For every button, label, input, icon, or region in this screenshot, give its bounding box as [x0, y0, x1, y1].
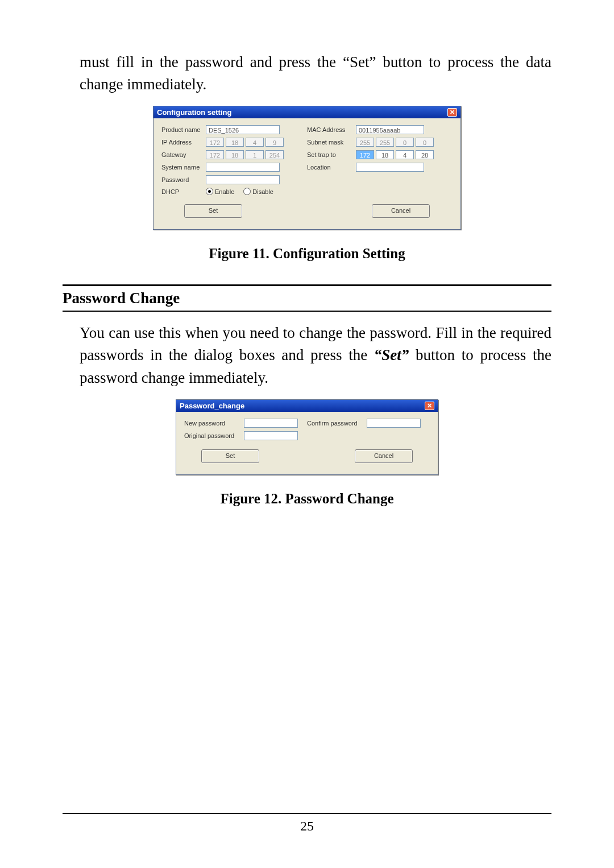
mac-address-label: MAC Address: [307, 126, 356, 133]
figure-11-caption: Figure 11. Configuration Setting: [63, 246, 551, 262]
dhcp-enable-text: Enable: [215, 188, 234, 195]
configuration-titlebar[interactable]: Configuration setting ✕: [154, 106, 460, 118]
original-password-label: Original password: [184, 432, 244, 439]
ip-address-field[interactable]: 172 18 4 9: [206, 138, 284, 147]
dhcp-disable-text: Disable: [252, 188, 273, 195]
confirm-password-field[interactable]: [367, 419, 421, 428]
location-field[interactable]: [356, 163, 424, 172]
configuration-dialog: Configuration setting ✕ Product name DES…: [153, 106, 461, 230]
footer-rule: [63, 813, 551, 814]
set-button[interactable]: Set: [201, 449, 259, 463]
dhcp-radio-group: Enable Disable: [206, 188, 273, 195]
dhcp-label: DHCP: [161, 188, 206, 195]
password-field[interactable]: [206, 175, 280, 184]
password-change-titlebar[interactable]: Password_change ✕: [176, 400, 438, 412]
system-name-label: System name: [161, 164, 206, 171]
page-number: 25: [300, 819, 314, 833]
page-footer: 25: [0, 813, 614, 834]
set-button[interactable]: Set: [184, 204, 242, 218]
mac-address-field[interactable]: 0011955aaaab: [356, 125, 424, 134]
confirm-password-label: Confirm password: [307, 420, 367, 427]
section-rule-bottom: [63, 311, 551, 312]
password-change-title-text: Password_change: [180, 402, 244, 410]
gateway-field[interactable]: 172 18 1 254: [206, 150, 284, 159]
configuration-title-text: Configuration setting: [157, 108, 231, 117]
subnet-mask-label: Subnet mask: [307, 139, 356, 146]
intro-paragraph: must fill in the password and press the …: [63, 51, 551, 96]
system-name-field[interactable]: [206, 163, 280, 172]
gateway-label: Gateway: [161, 151, 206, 158]
product-name-label: Product name: [161, 126, 206, 133]
cancel-button[interactable]: Cancel: [372, 204, 430, 218]
product-name-field[interactable]: DES_1526: [206, 125, 280, 134]
cancel-button[interactable]: Cancel: [355, 449, 413, 463]
figure-12-caption: Figure 12. Password Change: [63, 491, 551, 507]
new-password-field[interactable]: [244, 419, 298, 428]
subnet-mask-field[interactable]: 255 255 0 0: [356, 138, 434, 147]
dhcp-enable-radio[interactable]: Enable: [206, 188, 234, 195]
radio-icon: [243, 188, 251, 195]
password-change-heading: Password Change: [63, 290, 551, 307]
radio-icon: [206, 188, 213, 195]
dhcp-disable-radio[interactable]: Disable: [243, 188, 273, 195]
set-trap-label: Set trap to: [307, 151, 356, 158]
close-icon[interactable]: ✕: [447, 108, 457, 117]
password-change-paragraph: You can use this when you need to change…: [63, 322, 551, 388]
section-rule-top: [63, 284, 551, 286]
password-label: Password: [161, 176, 206, 183]
ip-address-label: IP Address: [161, 139, 206, 146]
close-icon[interactable]: ✕: [425, 402, 434, 410]
set-trap-field[interactable]: 172 18 4 28: [356, 150, 434, 159]
password-change-dialog: Password_change ✕ New password Original …: [176, 399, 438, 475]
new-password-label: New password: [184, 420, 244, 427]
location-label: Location: [307, 164, 356, 171]
original-password-field[interactable]: [244, 431, 298, 440]
